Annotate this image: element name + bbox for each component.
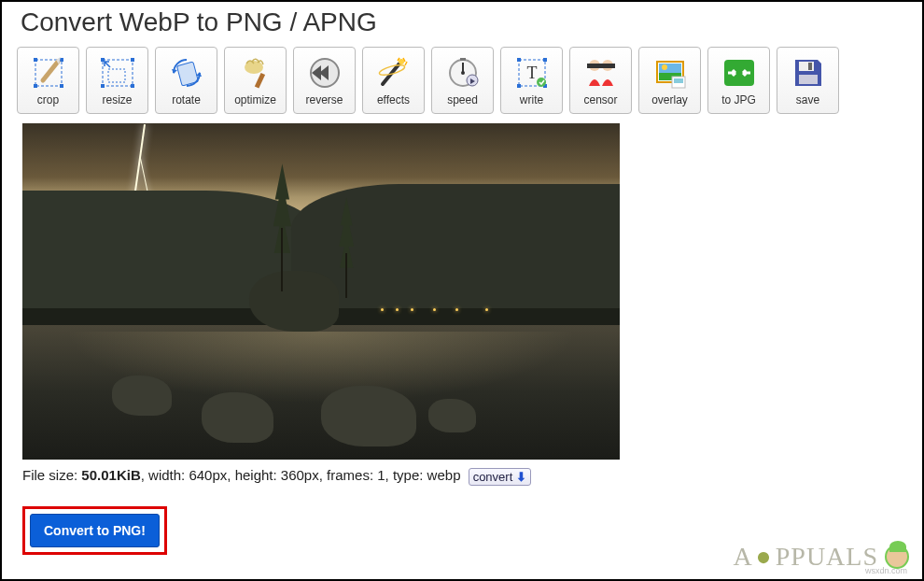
svg-rect-6 [101, 58, 105, 62]
svg-rect-24 [517, 84, 521, 88]
tool-label: effects [377, 93, 410, 106]
tool-label: speed [447, 93, 478, 106]
download-icon: ⬇ [516, 470, 526, 484]
write-icon: T [511, 54, 553, 92]
svg-rect-10 [108, 69, 125, 82]
file-width-value: 640px [189, 467, 227, 483]
tool-label: censor [583, 93, 617, 106]
tool-label: reverse [305, 93, 343, 106]
reverse-button[interactable]: reverse [293, 47, 356, 114]
crop-button[interactable]: crop [17, 47, 79, 114]
file-size-value: 50.01KiB [81, 467, 140, 483]
effects-icon [373, 54, 414, 92]
cta-highlight-box: Convert to PNG! [22, 506, 167, 555]
rotate-button[interactable]: rotate [155, 47, 217, 114]
file-type-value: webp [427, 467, 461, 483]
save-icon [788, 54, 829, 92]
convert-to-png-button[interactable]: Convert to PNG! [30, 514, 160, 547]
file-frames-label: , frames: [319, 467, 378, 483]
censor-button[interactable]: censor [569, 47, 632, 114]
tool-label: overlay [651, 93, 688, 106]
svg-rect-23 [543, 58, 547, 62]
write-button[interactable]: T write [500, 47, 563, 114]
tool-label: resize [102, 93, 132, 106]
speed-icon [442, 54, 483, 92]
optimize-icon [235, 54, 276, 92]
svg-rect-4 [60, 84, 63, 88]
svg-point-15 [399, 59, 404, 64]
to-jpg-icon [719, 54, 760, 92]
svg-text:T: T [526, 64, 537, 82]
svg-rect-8 [101, 84, 105, 88]
watermark: A●PPUALS wsxdn.com [734, 542, 909, 572]
censor-icon [581, 54, 622, 92]
file-info-line: File size: 50.01KiB, width: 640px, heigh… [22, 467, 907, 486]
svg-point-27 [537, 78, 546, 87]
tool-label: rotate [172, 93, 201, 106]
svg-rect-12 [254, 73, 264, 89]
tool-label: optimize [234, 93, 276, 106]
save-button[interactable]: save [777, 47, 839, 114]
to-jpg-button[interactable]: to JPG [707, 47, 770, 114]
reverse-icon [304, 54, 345, 92]
effects-button[interactable]: effects [362, 47, 425, 114]
tool-label: save [796, 93, 819, 106]
crop-icon [28, 54, 69, 92]
resize-button[interactable]: resize [86, 47, 148, 114]
rotate-icon [166, 54, 207, 92]
svg-rect-9 [131, 84, 134, 88]
convert-dropdown-label: convert [473, 470, 513, 484]
svg-rect-19 [460, 58, 466, 61]
convert-dropdown[interactable]: convert ⬇ [469, 468, 531, 486]
file-type-label: , type: [385, 467, 427, 483]
svg-rect-36 [674, 78, 683, 83]
svg-rect-39 [808, 63, 812, 70]
svg-rect-30 [587, 64, 615, 68]
svg-point-33 [662, 64, 667, 70]
toolbar: crop resize [17, 47, 907, 114]
svg-rect-7 [131, 58, 134, 62]
speed-button[interactable]: speed [431, 47, 494, 114]
svg-rect-3 [34, 84, 37, 88]
file-height-value: 360px [281, 467, 319, 483]
tool-label: write [520, 93, 543, 106]
optimize-button[interactable]: optimize [224, 47, 287, 114]
watermark-source: wsxdn.com [865, 566, 907, 575]
page-title: Convert WebP to PNG / APNG [21, 7, 907, 37]
file-size-label: File size: [22, 467, 81, 483]
svg-rect-1 [34, 58, 37, 62]
file-frames-value: 1 [377, 467, 385, 483]
file-height-label: , height: [227, 467, 281, 483]
file-width-label: , width: [141, 467, 189, 483]
svg-rect-40 [799, 75, 818, 84]
overlay-icon [650, 54, 691, 92]
overlay-button[interactable]: overlay [638, 47, 701, 114]
image-preview [22, 123, 907, 460]
resize-icon [97, 54, 138, 92]
svg-rect-22 [517, 58, 521, 62]
tool-label: crop [37, 93, 59, 106]
tool-label: to JPG [721, 93, 756, 106]
